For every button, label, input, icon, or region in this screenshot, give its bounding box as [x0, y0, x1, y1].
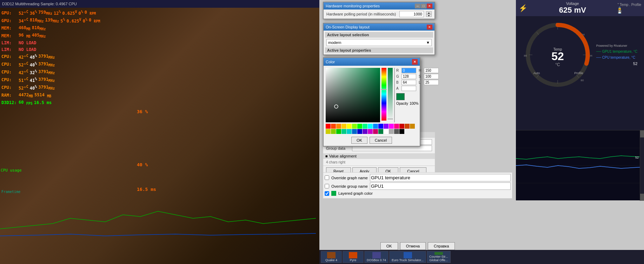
hud-overlay: GPU: 52°C 36% 759MHz 12% 0.625V 0% 0 RPM…: [0, 8, 101, 108]
swatch-black[interactable]: [399, 129, 404, 134]
swatch-17[interactable]: [326, 129, 331, 134]
alpha-strip[interactable]: [388, 68, 393, 121]
swatch-11[interactable]: [384, 124, 389, 129]
final-cancel-btn[interactable]: Отмена: [400, 242, 426, 250]
taskbar-btn-eurotruck[interactable]: Euro Truck Simulator...: [389, 251, 426, 263]
h-input[interactable]: [424, 68, 439, 73]
val-align-label: Value alignment: [329, 154, 357, 158]
swatch-dark[interactable]: [394, 129, 399, 134]
svg-text:80: 80: [580, 79, 584, 82]
group-data-label: Group data: [326, 146, 351, 150]
active-layout-label: Active layout selection: [325, 32, 433, 38]
swatch-red[interactable]: [326, 124, 331, 129]
hw-spin-up[interactable]: ▲: [426, 11, 432, 14]
color-picker-main: R H G S B L: [326, 68, 418, 122]
hw-maximize-btn[interactable]: □: [421, 4, 426, 8]
hw-polling-row: Hardware polling period (in milliseconds…: [324, 9, 434, 19]
swatch-16[interactable]: [410, 124, 415, 129]
hw-spin-down[interactable]: ▼: [426, 14, 432, 17]
graph-scrollbar[interactable]: [640, 130, 644, 201]
pyre-icon: [349, 252, 357, 258]
alp-title: Active layout properties: [325, 47, 433, 53]
l-input[interactable]: [424, 80, 439, 85]
swatch-5[interactable]: [352, 124, 357, 129]
swatch-15[interactable]: [405, 124, 410, 129]
swatch-24[interactable]: [363, 129, 367, 134]
swatch-9[interactable]: [373, 124, 378, 129]
swatch-19[interactable]: [336, 129, 341, 134]
layered-graph-checkbox[interactable]: [325, 191, 329, 196]
swatch-1[interactable]: [331, 124, 336, 129]
swatch-white[interactable]: [384, 129, 389, 134]
fps-overlay2: 40 %: [137, 162, 148, 167]
taskbar-btn-csgo[interactable]: Counter-Str... Global Offe...: [427, 251, 451, 263]
value-align-toggle[interactable]: ■ Value alignment: [323, 153, 435, 159]
panel-indicators: ⚡: [519, 4, 527, 12]
voltage-display: Voltage 625 mV: [559, 1, 586, 15]
a-label: A: [396, 86, 400, 90]
csgo-label: Counter-Str...: [429, 255, 448, 258]
swatch-3[interactable]: [341, 124, 346, 129]
override-group-input[interactable]: [370, 182, 511, 190]
taskbar-btn-quake[interactable]: Quake 4: [321, 251, 342, 263]
eurotruck-icon: [404, 252, 412, 258]
swatch-13[interactable]: [394, 124, 399, 129]
b-input[interactable]: [401, 80, 416, 85]
hw-minimize-btn[interactable]: ─: [415, 4, 420, 8]
hw-close-btn[interactable]: ✕: [427, 4, 432, 8]
r-input[interactable]: [401, 68, 416, 73]
color-scrollbar[interactable]: [394, 68, 395, 122]
pyre-label: Pyre: [350, 258, 357, 262]
override-graph-input[interactable]: [370, 174, 511, 181]
swatch-14[interactable]: [399, 124, 404, 129]
swatch-green[interactable]: [357, 124, 362, 129]
val-align-content: 4 chars right: [323, 159, 435, 166]
swatch-2[interactable]: [336, 124, 341, 129]
color-ok-btn[interactable]: OK: [351, 137, 367, 144]
final-ok-btn[interactable]: OK: [380, 242, 398, 250]
swatch-26[interactable]: [373, 129, 378, 134]
graph-current-val: 52: [596, 62, 638, 66]
layout-dropdown[interactable]: modern ▼: [326, 39, 432, 46]
override-group-checkbox[interactable]: [325, 184, 329, 188]
csgo-sublabel: Global Offe...: [429, 258, 448, 262]
swatch-20[interactable]: [341, 129, 346, 134]
final-help-btn[interactable]: Справка: [428, 242, 455, 250]
temp-header: ⚡ Voltage 625 mV " Temp . Profile 🔒 💾: [516, 0, 644, 16]
hw-polling-input[interactable]: [399, 11, 424, 17]
taskbar-btn-pyre[interactable]: Pyre: [343, 251, 364, 263]
s-input[interactable]: [424, 74, 439, 79]
color-close-btn[interactable]: ✕: [412, 59, 418, 65]
swatch-7[interactable]: [363, 124, 367, 129]
graph-legend-1: ── GPU1 temperature, °C: [596, 50, 638, 53]
swatch-22[interactable]: [352, 129, 357, 134]
osd-layout-dialog: On-Screen Display layout ✕ Active layout…: [323, 23, 435, 55]
layered-graph-label: Layered graph color: [338, 191, 373, 195]
taskbar-btn-dosbox[interactable]: DOSBox 0.74: [364, 251, 389, 263]
swatch-teal[interactable]: [378, 129, 383, 134]
frametime-overlay: 16.5 ms: [137, 187, 156, 192]
a-input[interactable]: [401, 86, 416, 91]
swatch-8[interactable]: [368, 124, 373, 129]
g-input[interactable]: [401, 74, 416, 79]
color-cancel-btn[interactable]: Cancel: [370, 137, 392, 144]
swatch-12[interactable]: [389, 124, 394, 129]
swatch-gray[interactable]: [389, 129, 394, 134]
layered-color-swatch[interactable]: [331, 191, 336, 196]
osd-close-btn[interactable]: ✕: [427, 25, 432, 30]
swatch-23[interactable]: [357, 129, 362, 134]
voltage-icon: ⚡: [519, 4, 527, 12]
override-graph-checkbox[interactable]: [325, 175, 329, 180]
override-section: Override graph name Override group name …: [323, 172, 512, 199]
swatch-21[interactable]: [347, 129, 352, 134]
profile-title: " Temp . Profile: [618, 3, 641, 7]
swatch-4[interactable]: [347, 124, 352, 129]
override-graph-row: Override graph name: [325, 174, 511, 181]
swatch-25[interactable]: [368, 129, 373, 134]
hue-strip[interactable]: [381, 68, 386, 121]
swatch-blue[interactable]: [378, 124, 383, 129]
h-label: H: [419, 69, 423, 72]
swatch-18[interactable]: [331, 129, 336, 134]
color-gradient[interactable]: [326, 68, 380, 122]
svg-text:86: 86: [524, 54, 527, 57]
